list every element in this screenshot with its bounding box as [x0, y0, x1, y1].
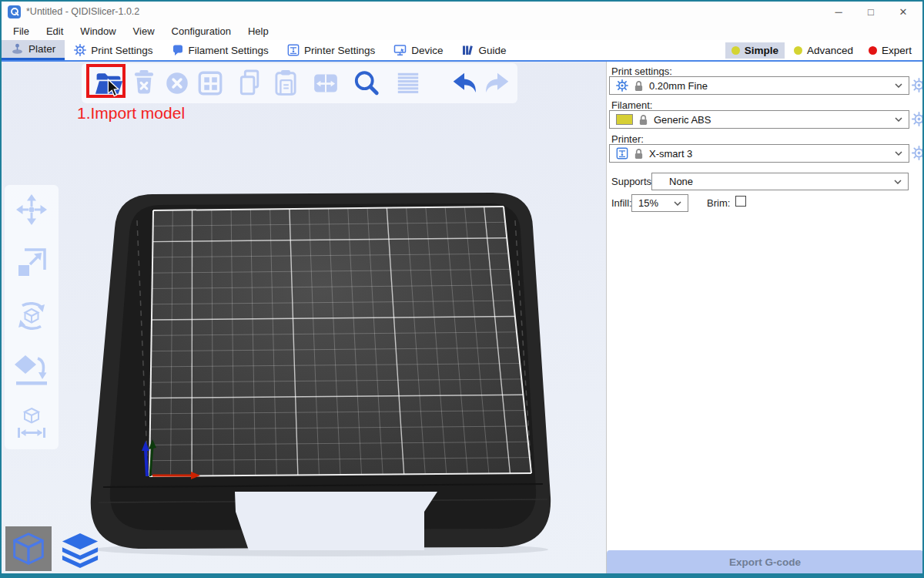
undo-button[interactable] [447, 66, 481, 100]
device-icon [393, 44, 407, 56]
mode-simple[interactable]: Simple [725, 42, 785, 59]
split-objects-button[interactable] [309, 66, 343, 100]
viewport-3d[interactable]: 1.Import model [2, 62, 606, 573]
arrange-button[interactable] [193, 66, 227, 100]
tab-bar: Plater Print Settings Filament Settings … [2, 40, 922, 62]
edit-filament-button[interactable] [912, 112, 924, 126]
printer-icon [616, 147, 628, 160]
tab-label: Filament Settings [189, 45, 269, 56]
copy-button[interactable] [234, 66, 268, 100]
infill-dropdown[interactable]: 15% [631, 194, 688, 212]
variable-layer-height-button[interactable] [391, 66, 425, 100]
gear-icon [616, 79, 628, 92]
mode-selector: Simple Advanced Expert [725, 40, 922, 60]
filament-icon [172, 44, 184, 56]
close-button[interactable]: ✕ [887, 2, 919, 22]
3d-view-button[interactable] [5, 526, 52, 571]
menu-window[interactable]: Window [72, 25, 124, 37]
printer-icon [287, 44, 300, 56]
tab-printer-settings[interactable]: Printer Settings [278, 40, 384, 60]
layers-view-button[interactable] [58, 529, 102, 571]
scale-icon [14, 245, 49, 281]
tab-filament-settings[interactable]: Filament Settings [162, 40, 278, 60]
mode-label: Advanced [807, 45, 853, 56]
tab-label: Guide [478, 45, 506, 56]
infill-value: 15% [638, 197, 658, 209]
filament-color-swatch [616, 114, 633, 125]
mode-label: Simple [745, 45, 778, 56]
printer-dropdown[interactable]: X-smart 3 [609, 144, 909, 163]
circle-x-icon [160, 66, 194, 100]
menu-view[interactable]: View [125, 25, 163, 37]
gear-icon [912, 112, 924, 126]
guide-icon [461, 44, 474, 56]
move-button[interactable] [14, 192, 49, 227]
simple-mode-dot-icon [732, 46, 740, 55]
chevron-down-icon [895, 83, 902, 88]
tab-guide[interactable]: Guide [452, 40, 515, 60]
menu-bar: File Edit Window View Configuration Help [2, 22, 922, 40]
tab-label: Device [411, 45, 443, 56]
split-window-icon [309, 66, 343, 100]
maximize-button[interactable]: □ [855, 2, 887, 22]
filament-dropdown[interactable]: Generic ABS [609, 110, 909, 129]
place-on-face-button[interactable] [14, 351, 49, 387]
lock-icon [634, 148, 644, 160]
print-settings-value: 0.20mm Fine [649, 80, 708, 92]
search-icon [350, 66, 383, 100]
app-logo-icon [8, 5, 21, 18]
tab-label: Printer Settings [304, 45, 375, 56]
chevron-down-icon [895, 151, 902, 156]
minimize-button[interactable]: ─ [822, 2, 855, 22]
edit-print-settings-button[interactable] [912, 78, 924, 92]
brim-checkbox[interactable] [735, 196, 746, 207]
move-arrows-icon [14, 192, 49, 227]
menu-help[interactable]: Help [239, 25, 277, 37]
supports-label: Supports: [611, 176, 654, 187]
search-button[interactable] [350, 66, 383, 100]
rotate-button[interactable] [14, 298, 49, 334]
chevron-down-icon [895, 117, 902, 122]
paste-button[interactable] [269, 66, 303, 100]
printer-label: Printer: [611, 133, 644, 145]
delete-button[interactable] [127, 66, 161, 100]
scale-button[interactable] [14, 245, 49, 281]
trash-x-icon [127, 66, 161, 100]
gear-icon [912, 78, 924, 92]
print-settings-dropdown[interactable]: 0.20mm Fine [609, 76, 909, 95]
layer-lines-icon [391, 66, 425, 100]
edit-printer-button[interactable] [912, 146, 924, 160]
tab-label: Print Settings [91, 45, 152, 56]
gear-icon [74, 44, 86, 56]
infill-label: Infill: [611, 197, 632, 209]
delete-all-button[interactable] [160, 66, 194, 100]
top-toolbar [82, 63, 517, 103]
object-manipulation-toolbar [5, 185, 59, 449]
qidislicer-window: *Untitled - QIDISlicer-1.0.2 ─ □ ✕ File … [0, 0, 924, 578]
menu-configuration[interactable]: Configuration [163, 25, 239, 37]
lock-icon [638, 114, 648, 126]
menu-file[interactable]: File [5, 25, 38, 37]
tab-print-settings[interactable]: Print Settings [65, 40, 162, 60]
menu-edit[interactable]: Edit [38, 25, 72, 37]
tab-device[interactable]: Device [384, 40, 452, 60]
tab-plater[interactable]: Plater [2, 40, 65, 60]
paste-clipboard-icon [269, 66, 303, 100]
layers-stack-icon [59, 531, 101, 570]
brim-label: Brim: [707, 197, 730, 209]
rotate-icon [14, 298, 49, 334]
export-gcode-button[interactable]: Export G-code [607, 550, 923, 573]
mode-advanced[interactable]: Advanced [788, 42, 859, 59]
redo-button[interactable] [480, 66, 514, 100]
measure-button[interactable] [14, 405, 49, 440]
place-on-face-icon [14, 351, 49, 387]
mode-label: Expert [882, 45, 912, 56]
advanced-mode-dot-icon [794, 46, 802, 55]
view-switcher [5, 526, 102, 571]
window-title: *Untitled - QIDISlicer-1.0.2 [26, 6, 139, 17]
supports-dropdown[interactable]: None [651, 173, 909, 190]
measure-icon [14, 405, 49, 440]
copy-icon [234, 66, 268, 100]
mode-expert[interactable]: Expert [862, 42, 918, 59]
build-plate [2, 62, 606, 573]
